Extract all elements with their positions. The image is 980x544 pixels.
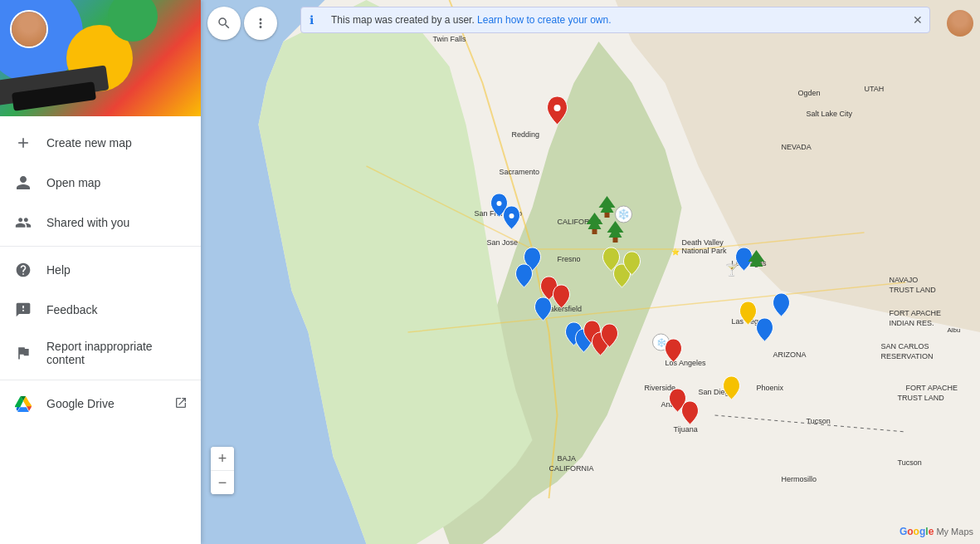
more-options-button[interactable]: [244, 7, 277, 40]
map-svg: Redding Sacramento San Francisco San Jos…: [201, 0, 980, 544]
svg-text:Death Valley: Death Valley: [682, 238, 724, 247]
avatar-image: [12, 12, 46, 47]
google-drive-label: Google Drive: [46, 397, 174, 410]
help-label: Help: [46, 263, 188, 277]
svg-text:NEVADA: NEVADA: [782, 143, 812, 151]
svg-text:FORT APACHE: FORT APACHE: [906, 384, 958, 392]
info-banner-link[interactable]: Learn how to create your own.: [477, 14, 611, 26]
my-maps-text: My Maps: [936, 527, 973, 537]
svg-rect-52: [613, 238, 618, 243]
svg-text:UTAH: UTAH: [865, 85, 885, 93]
svg-rect-49: [592, 229, 597, 234]
sidebar-item-feedback[interactable]: Feedback: [0, 290, 201, 330]
svg-text:Phoenix: Phoenix: [757, 384, 784, 392]
svg-point-41: [554, 105, 561, 111]
help-icon: [13, 260, 33, 280]
shared-with-you-label: Shared with you: [46, 216, 188, 229]
svg-text:Salt Lake City: Salt Lake City: [807, 110, 853, 118]
feedback-label: Feedback: [46, 303, 188, 316]
svg-point-43: [510, 213, 514, 218]
svg-text:RESERVATION: RESERVATION: [881, 352, 934, 360]
plus-icon: [13, 133, 33, 153]
report-label: Report inappropriate content: [46, 340, 188, 366]
sidebar-item-create-new-map[interactable]: Create new map: [0, 123, 201, 163]
divider-2: [0, 380, 201, 380]
sidebar-navigation: Create new map Open map Shared with you: [0, 116, 201, 544]
create-new-map-label: Create new map: [46, 136, 188, 149]
zoom-in-button[interactable]: +: [211, 447, 234, 470]
svg-text:Hermosillo: Hermosillo: [782, 475, 817, 483]
divider-1: [0, 246, 201, 247]
svg-text:FORT APACHE: FORT APACHE: [890, 309, 942, 317]
search-button[interactable]: [207, 7, 241, 40]
svg-text:NAVAJO: NAVAJO: [890, 276, 919, 284]
svg-text:San Jose: San Jose: [487, 238, 519, 247]
map-background[interactable]: Redding Sacramento San Francisco San Jos…: [201, 0, 980, 544]
svg-text:Albu: Albu: [948, 326, 961, 334]
user-avatar[interactable]: [10, 10, 48, 48]
svg-text:🍸: 🍸: [724, 263, 739, 277]
map-area: Redding Sacramento San Francisco San Jos…: [201, 0, 980, 544]
map-logo: Google My Maps: [900, 526, 973, 537]
sidebar-item-open-map[interactable]: Open map: [0, 163, 201, 203]
svg-text:Ogden: Ogden: [798, 89, 821, 97]
people-icon: [13, 213, 33, 233]
svg-point-42: [497, 201, 502, 206]
svg-text:SAN CARLOS: SAN CARLOS: [881, 342, 929, 350]
sidebar-header: [0, 0, 201, 116]
svg-text:Tucson: Tucson: [898, 458, 922, 467]
svg-text:❄️: ❄️: [617, 208, 630, 220]
map-topbar: ℹ This map was created by a user. Learn …: [201, 0, 980, 47]
svg-text:Redding: Redding: [512, 130, 540, 139]
google-logo-text: G: [900, 526, 907, 537]
svg-text:Fresno: Fresno: [558, 255, 581, 263]
svg-text:ARIZONA: ARIZONA: [773, 350, 807, 359]
close-banner-button[interactable]: ✕: [913, 13, 923, 27]
info-banner-text: This map was created by a user.: [331, 14, 475, 26]
sidebar-item-google-drive[interactable]: Google Drive: [0, 384, 201, 424]
person-icon: [13, 173, 33, 193]
external-link-icon: [174, 396, 188, 412]
svg-text:Tijuana: Tijuana: [674, 425, 698, 434]
svg-text:National Park: National Park: [682, 247, 728, 255]
svg-rect-46: [605, 213, 610, 218]
zoom-out-button[interactable]: −: [211, 471, 234, 494]
svg-text:CALIFORNIA: CALIFORNIA: [549, 464, 594, 473]
svg-text:TRUST LAND: TRUST LAND: [890, 286, 937, 294]
feedback-icon: [13, 300, 33, 320]
svg-text:INDIAN RES.: INDIAN RES.: [890, 319, 934, 327]
sidebar-item-report[interactable]: Report inappropriate content: [0, 330, 201, 376]
svg-text:TRUST LAND: TRUST LAND: [898, 394, 945, 402]
drive-icon: [13, 394, 33, 414]
topbar-avatar[interactable]: [947, 10, 973, 37]
svg-text:BAJA: BAJA: [558, 454, 577, 463]
zoom-controls: + −: [211, 447, 234, 494]
flag-icon: [13, 343, 33, 363]
sidebar: Create new map Open map Shared with you: [0, 0, 201, 544]
sidebar-item-shared-with-you[interactable]: Shared with you: [0, 203, 201, 243]
svg-text:Sacramento: Sacramento: [500, 168, 540, 176]
info-icon: ℹ: [310, 13, 314, 27]
open-map-label: Open map: [46, 176, 188, 189]
svg-text:Tucson: Tucson: [807, 417, 831, 425]
sidebar-item-help[interactable]: Help: [0, 250, 201, 290]
svg-text:Riverside: Riverside: [645, 384, 676, 392]
info-banner: ℹ This map was created by a user. Learn …: [300, 7, 930, 33]
svg-text:⭐: ⭐: [670, 247, 680, 257]
